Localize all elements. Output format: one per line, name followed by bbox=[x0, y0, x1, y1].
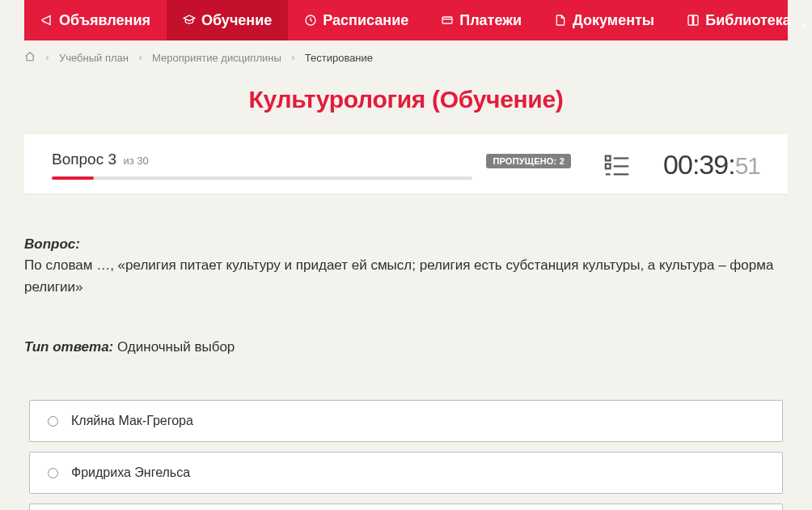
book-icon bbox=[687, 14, 700, 27]
nav-label: Обучение bbox=[201, 12, 272, 29]
timer-seconds: 39 bbox=[699, 149, 728, 181]
options-list: Кляйна Мак-Грегора Фридриха Энгельса bbox=[24, 400, 788, 510]
breadcrumb-current: Тестирование bbox=[305, 52, 373, 64]
svg-rect-1 bbox=[442, 17, 452, 23]
chevron-right-icon bbox=[137, 52, 144, 64]
timer-centiseconds: 51 bbox=[735, 152, 760, 180]
breadcrumb: Учебный план Мероприятие дисциплины Тест… bbox=[24, 40, 788, 74]
nav-label: Платежи bbox=[459, 12, 522, 29]
nav-label: Объявления bbox=[59, 12, 150, 29]
chevron-right-icon bbox=[290, 52, 297, 64]
skipped-badge: ПРОПУЩЕНО: 2 bbox=[486, 154, 571, 168]
question-total: из 30 bbox=[123, 155, 148, 167]
answer-option[interactable]: Фридриха Энгельса bbox=[29, 452, 783, 494]
nav-item-library[interactable]: Библиотека bbox=[670, 0, 812, 40]
nav-item-schedule[interactable]: Расписание bbox=[288, 0, 425, 40]
top-nav: Объявления Обучение Расписание Платежи bbox=[24, 0, 788, 40]
page-content: Объявления Обучение Расписание Платежи bbox=[0, 0, 812, 510]
answer-option[interactable]: Кляйна Мак-Грегора bbox=[29, 400, 783, 442]
megaphone-icon bbox=[40, 14, 53, 27]
question-text: По словам …, «религия питает культуру и … bbox=[24, 257, 773, 294]
question-label: Вопрос: bbox=[24, 236, 80, 252]
nav-item-learning[interactable]: Обучение bbox=[167, 0, 288, 40]
svg-rect-2 bbox=[606, 155, 611, 160]
chevron-down-icon bbox=[800, 16, 808, 24]
viewport: Объявления Обучение Расписание Платежи bbox=[0, 0, 812, 510]
radio-icon bbox=[48, 468, 58, 478]
progress-block: Вопрос 3 из 30 ПРОПУЩЕНО: 2 bbox=[52, 151, 571, 180]
nav-item-announcements[interactable]: Объявления bbox=[24, 0, 167, 40]
page-title: Культурология (Обучение) bbox=[24, 86, 788, 113]
nav-item-payments[interactable]: Платежи bbox=[425, 0, 538, 40]
chevron-right-icon bbox=[44, 52, 51, 64]
timer-minutes: 00 bbox=[663, 149, 692, 181]
file-icon bbox=[554, 14, 567, 27]
answer-option[interactable] bbox=[29, 504, 783, 510]
cap-icon bbox=[183, 14, 196, 27]
status-card: Вопрос 3 из 30 ПРОПУЩЕНО: 2 00:39:51 bbox=[24, 134, 788, 193]
nav-label: Документы bbox=[573, 12, 654, 29]
home-icon[interactable] bbox=[24, 51, 36, 65]
clock-icon bbox=[304, 14, 317, 27]
nav-label: Расписание bbox=[323, 12, 408, 29]
answer-type-label: Тип ответа: bbox=[24, 339, 113, 355]
question-area: Вопрос: По словам …, «религия питает кул… bbox=[24, 234, 788, 358]
option-text: Кляйна Мак-Грегора bbox=[71, 414, 193, 428]
nav-label: Библиотека bbox=[705, 12, 791, 29]
radio-icon bbox=[48, 416, 58, 427]
breadcrumb-link[interactable]: Мероприятие дисциплины bbox=[152, 52, 281, 64]
answer-type-value: Одиночный выбор bbox=[117, 339, 235, 355]
progress-fill bbox=[52, 176, 94, 180]
breadcrumb-link[interactable]: Учебный план bbox=[59, 52, 129, 64]
question-number: Вопрос 3 bbox=[52, 151, 116, 168]
option-text: Фридриха Энгельса bbox=[71, 465, 190, 480]
nav-item-documents[interactable]: Документы bbox=[538, 0, 670, 40]
svg-rect-3 bbox=[606, 164, 611, 168]
progress-bar bbox=[52, 176, 472, 180]
question-list-button[interactable] bbox=[603, 151, 631, 179]
card-icon bbox=[441, 14, 454, 27]
timer: 00:39:51 bbox=[663, 149, 760, 181]
